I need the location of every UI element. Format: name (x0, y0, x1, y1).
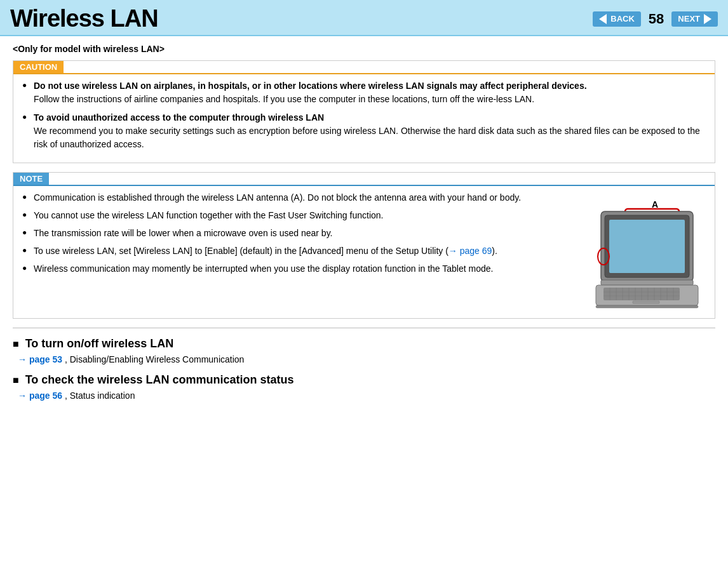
next-label: NEXT (678, 14, 700, 23)
caution-item-1-normal: Follow the instructions of airline compa… (34, 94, 534, 104)
svg-rect-4 (609, 220, 685, 273)
note-item-1-text: Communication is established through the… (34, 192, 521, 203)
laptop-illustration-area: A (579, 191, 706, 312)
note-item-4-text: To use wireless LAN, set [Wireless LAN] … (34, 246, 497, 256)
page69-link[interactable]: page 69 (460, 246, 492, 256)
note-item-5: Wireless communication may momently be i… (22, 262, 569, 276)
note-item-2: You cannot use the wireless LAN function… (22, 209, 569, 222)
svg-text:A: A (652, 199, 658, 210)
caution-section: CAUTION Do not use wireless LAN on airpl… (13, 60, 715, 163)
note-item-3: The transmission rate will be lower when… (22, 227, 569, 240)
note-item-4: To use wireless LAN, set [Wireless LAN] … (22, 244, 569, 258)
section-2-link-desc: , Status indication (65, 390, 135, 401)
caution-list: Do not use wireless LAN on airplanes, in… (22, 79, 706, 151)
section-1-title: To turn on/off wireless LAN (25, 337, 174, 350)
section-2-arrow-icon: → (18, 390, 27, 401)
note-item-1: Communication is established through the… (22, 191, 569, 204)
note-item-3-text: The transmission rate will be lower when… (34, 228, 333, 238)
section-2-link-line: → page 56 , Status indication (13, 390, 715, 401)
note-label: NOTE (13, 173, 49, 185)
svg-rect-21 (633, 301, 659, 304)
section-2-page-link[interactable]: page 56 (29, 390, 62, 401)
back-arrow-icon (599, 14, 607, 24)
note-section: NOTE Communication is established throug… (13, 172, 715, 319)
back-button[interactable]: BACK (593, 11, 641, 27)
section-2-title: To check the wireless LAN communication … (25, 373, 294, 387)
caution-item-1-bold: Do not use wireless LAN on airplanes, in… (34, 81, 587, 91)
caution-item-2-normal: We recommend you to make security settin… (34, 126, 700, 149)
note-text-column: Communication is established through the… (22, 191, 569, 312)
caution-item-2-bold: To avoid unauthorized access to the comp… (34, 112, 324, 123)
page-header: Wireless LAN BACK 58 NEXT (0, 0, 728, 36)
svg-rect-22 (596, 305, 698, 308)
back-label: BACK (610, 14, 635, 23)
next-arrow-icon (704, 14, 711, 24)
section-1-page-link[interactable]: page 53 (29, 354, 62, 364)
caution-item-1: Do not use wireless LAN on airplanes, in… (22, 79, 706, 106)
laptop-illustration: A (582, 197, 703, 312)
section-heading-2: To check the wireless LAN communication … (13, 373, 715, 387)
section-divider (13, 328, 715, 328)
next-button[interactable]: NEXT (671, 11, 718, 27)
section-1-arrow-icon: → (18, 354, 27, 364)
caution-body: Do not use wireless LAN on airplanes, in… (13, 73, 715, 163)
page-number: 58 (644, 11, 669, 27)
note-item-2-text: You cannot use the wireless LAN function… (34, 210, 383, 220)
caution-item-2: To avoid unauthorized access to the comp… (22, 111, 706, 151)
page-title: Wireless LAN (10, 5, 158, 32)
arrow-icon: → (448, 246, 457, 256)
note-item-5-text: Wireless communication may momently be i… (34, 263, 493, 274)
main-content: <Only for model with wireless LAN> CAUTI… (0, 36, 728, 417)
navigation-controls: BACK 58 NEXT (593, 11, 718, 27)
section-1-link-line: → page 53 , Disabling/Enabling Wireless … (13, 354, 715, 364)
note-list: Communication is established through the… (22, 191, 569, 276)
section-1-link-desc: , Disabling/Enabling Wireless Communicat… (65, 354, 244, 364)
svg-rect-5 (601, 280, 693, 285)
model-note: <Only for model with wireless LAN> (13, 44, 715, 54)
caution-label: CAUTION (13, 61, 64, 73)
section-heading-1: To turn on/off wireless LAN (13, 337, 715, 350)
note-body: Communication is established through the… (13, 185, 715, 318)
